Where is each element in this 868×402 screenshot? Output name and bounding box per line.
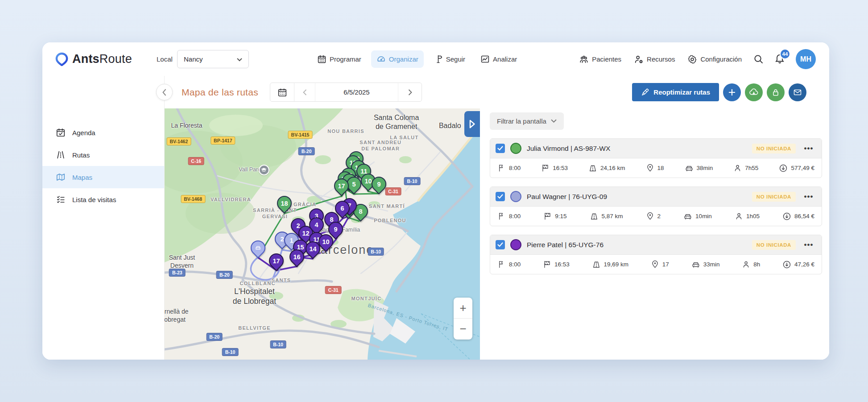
road-sm-icon — [590, 212, 599, 221]
route-status-badge: NO INICIADA — [752, 144, 796, 153]
cost-icon — [782, 260, 791, 269]
lock-icon — [771, 88, 780, 97]
calendar-check-icon — [56, 128, 66, 137]
nav-item-pacientes[interactable]: Pacientes — [578, 50, 622, 68]
location-pin-icon — [646, 164, 654, 172]
toolbar: Mapa de las rutas 6/5/2025 — [165, 76, 829, 108]
sidebar-item-lista-de-visitas[interactable]: Lista de visitas — [42, 188, 164, 211]
route-stat-cost: 47,26 € — [782, 260, 814, 269]
road-sm-icon — [592, 260, 601, 269]
primary-nav: ProgramarOrganizarSeguirAnalizar — [312, 42, 522, 76]
route-menu-button[interactable]: ••• — [801, 144, 816, 153]
route-stat-driving: 38min — [685, 164, 713, 173]
route-name: Pierre Patel | 65-UYG-76 — [527, 241, 747, 249]
nav-item-recursos[interactable]: Recursos — [633, 50, 676, 68]
toolbar-actions: Reoptimizar rutas — [632, 83, 806, 101]
chevron-right-icon — [408, 89, 412, 95]
logo-text: AntsRoute — [72, 52, 132, 66]
filter-screen-button[interactable]: Filtrar la pantalla — [490, 112, 564, 130]
check-icon — [497, 194, 503, 199]
route-stat-distance: 19,69 km — [592, 260, 629, 269]
page-title: Mapa de las rutas — [182, 76, 258, 108]
expand-map-button[interactable] — [464, 111, 480, 137]
next-day-button[interactable] — [398, 83, 422, 101]
route-stat-end: 9:15 — [543, 212, 566, 220]
secondary-nav: PacientesRecursosConfiguración 44 MH — [578, 42, 816, 76]
map-canvas[interactable]: La FlorestaNOU BARRISSanta Coloma de Gra… — [165, 108, 480, 360]
person-gear-icon — [634, 54, 644, 64]
route-card: Paul Wagner | 76-UYG-09 NO INICIADA ••• … — [490, 186, 822, 226]
route-color-dot — [510, 191, 521, 202]
location-pin-icon — [651, 260, 659, 269]
nav-item-configuracion[interactable]: Configuración — [686, 50, 743, 68]
zoom-out-button[interactable]: − — [454, 319, 472, 340]
vehicle-icon — [683, 212, 692, 221]
navbar: AntsRoute Local Nancy ProgramarOrganizar… — [42, 42, 829, 76]
calendar-icon — [277, 87, 287, 97]
route-checkbox[interactable] — [496, 192, 505, 201]
route-stat-driving: 10min — [683, 212, 712, 221]
calendar-button[interactable] — [270, 83, 294, 101]
route-stats: 8:0016:5319,69 km1733min8h47,26 € — [490, 255, 822, 274]
route-card-header: Pierre Patel | 65-UYG-76 NO INICIADA ••• — [490, 235, 822, 255]
avatar[interactable]: MH — [796, 49, 816, 69]
route-color-dot — [510, 143, 521, 154]
finish-flag-icon — [543, 260, 551, 269]
nav-item-seguir[interactable]: Seguir — [428, 50, 471, 68]
map-base-layer — [165, 108, 480, 360]
chevron-down-icon — [551, 119, 557, 123]
route-card: Julia Virmond | AS-987-WX NO INICIADA ••… — [490, 138, 822, 178]
rocket-icon — [641, 88, 649, 96]
nav-item-organizar[interactable]: Organizar — [371, 50, 424, 68]
route-stat-duration: 7h55 — [733, 164, 758, 172]
collapse-sidebar-button[interactable] — [156, 84, 173, 100]
chevron-left-icon — [162, 89, 167, 96]
route-checkbox[interactable] — [496, 144, 505, 153]
email-button[interactable] — [789, 83, 806, 101]
route-stat-stops: 18 — [646, 164, 664, 172]
site-select[interactable]: Nancy — [177, 50, 249, 68]
date-picker: 6/5/2025 — [270, 83, 422, 102]
sidebar-item-mapas[interactable]: Mapas — [42, 166, 164, 188]
sidebar-item-agenda[interactable]: Agenda — [42, 121, 164, 144]
route-stat-distance: 5,87 km — [590, 212, 623, 221]
check-icon — [497, 146, 503, 151]
previous-day-button[interactable] — [294, 83, 315, 101]
sidebar-item-rutas[interactable]: Rutas — [42, 144, 164, 166]
reoptimize-routes-button[interactable]: Reoptimizar rutas — [632, 83, 719, 101]
route-stat-stops: 17 — [651, 260, 669, 269]
zoom-in-button[interactable]: + — [454, 298, 472, 319]
vall-parc-poi-icon — [259, 165, 269, 175]
search-icon[interactable] — [753, 54, 764, 64]
map-pin-icon — [56, 172, 66, 182]
route-stat-end: 16:53 — [541, 164, 568, 172]
route-stats: 8:009:155,87 km210min1h0586,54 € — [490, 207, 822, 226]
flag-icon — [497, 212, 506, 220]
route-card-header: Paul Wagner | 76-UYG-09 NO INICIADA ••• — [490, 187, 822, 207]
route-menu-button[interactable]: ••• — [801, 240, 816, 249]
route-stat-cost: 86,54 € — [782, 212, 814, 221]
route-stat-distance: 24,16 km — [588, 164, 625, 173]
route-checkbox[interactable] — [496, 240, 505, 249]
chevron-down-icon — [237, 55, 242, 63]
worker-icon — [735, 212, 743, 220]
nav-item-programar[interactable]: Programar — [312, 50, 367, 68]
route-menu-button[interactable]: ••• — [801, 192, 816, 201]
route-card: Pierre Patel | 65-UYG-76 NO INICIADA •••… — [490, 235, 822, 274]
add-button[interactable] — [723, 83, 741, 101]
check-icon — [497, 242, 503, 247]
finish-flag-icon — [543, 212, 552, 220]
lock-button[interactable] — [767, 83, 785, 101]
antsroute-logo[interactable]: AntsRoute — [55, 42, 132, 76]
vehicle-icon — [691, 260, 700, 269]
location-pin-icon — [646, 212, 654, 220]
logo-pin-icon — [55, 52, 69, 66]
plus-icon — [728, 88, 736, 96]
nav-item-analizar[interactable]: Analizar — [475, 50, 522, 68]
notifications-bell[interactable]: 44 — [774, 53, 785, 66]
vehicle-icon — [685, 164, 694, 173]
route-stat-duration: 1h05 — [735, 212, 760, 220]
cloud-download-button[interactable] — [745, 83, 763, 101]
route-stats: 8:0016:5324,16 km1838min7h55577,49 € — [490, 158, 822, 178]
road-icon — [56, 150, 66, 160]
